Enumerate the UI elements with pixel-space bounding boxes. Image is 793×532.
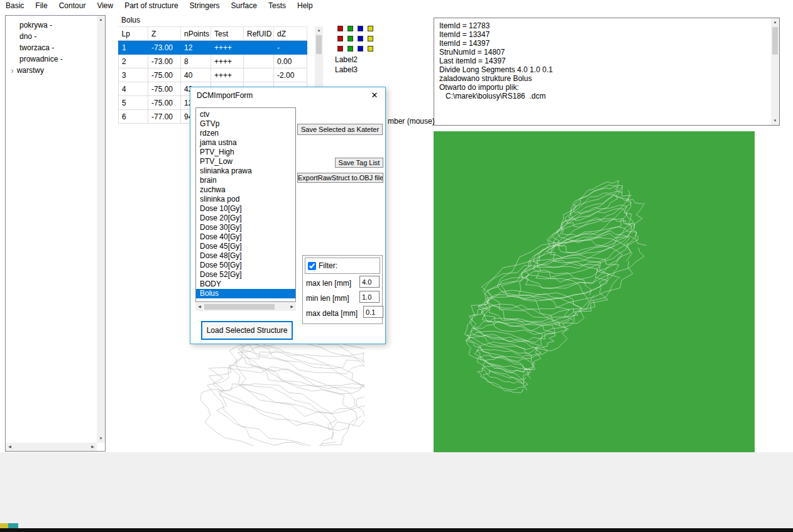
scroll-right-icon[interactable]: ▶: [89, 443, 97, 451]
menu-item-help[interactable]: Help: [292, 1, 319, 11]
scrollbar-thumb[interactable]: [316, 35, 322, 54]
scrollbar-thumb[interactable]: [204, 304, 275, 310]
scroll-up-icon[interactable]: ▲: [771, 18, 779, 26]
list-item[interactable]: Dose 45[Gy]: [196, 242, 295, 251]
list-item[interactable]: GTVp: [196, 119, 295, 129]
save-selected-as-kateter-button[interactable]: Save Selected as Kateter: [297, 124, 383, 135]
menu-item-file[interactable]: File: [30, 1, 53, 11]
min-len-label: min len [mm]: [306, 293, 359, 303]
table-cell: 8: [181, 55, 211, 68]
scroll-down-icon[interactable]: ▼: [771, 117, 779, 125]
tree-item-pokrywa[interactable]: pokrywa -: [6, 19, 96, 31]
log-line: Last itemId = 14397: [439, 57, 767, 65]
table-cell: ++++: [211, 55, 244, 68]
menu-item-part-of-structure[interactable]: Part of structure: [119, 1, 183, 11]
list-item[interactable]: slinianka prawa: [196, 166, 295, 176]
screen-edge-bar: [0, 528, 793, 532]
menu-item-tests[interactable]: Tests: [263, 1, 292, 11]
scrollbar-thumb[interactable]: [772, 27, 778, 55]
legend-square-blue: [358, 26, 363, 31]
log-vertical-scrollbar[interactable]: ▲ ▼: [771, 18, 779, 125]
scroll-right-icon[interactable]: ▶: [288, 303, 296, 311]
tree-horizontal-scrollbar[interactable]: ◀ ▶: [6, 443, 97, 451]
list-item[interactable]: rdzen: [196, 129, 295, 138]
table-row[interactable]: 3 -75.00 40 ++++ -2.00: [119, 68, 307, 82]
column-header-npoints[interactable]: nPoints: [181, 27, 211, 41]
filter-checkbox[interactable]: [308, 262, 316, 270]
min-len-input[interactable]: [359, 291, 380, 303]
menu-item-stringers[interactable]: Stringers: [184, 1, 226, 11]
scroll-up-icon[interactable]: ▲: [97, 16, 105, 24]
menu-bar: Basic File Contour View Part of structur…: [0, 0, 793, 11]
save-tag-list-button[interactable]: Save Tag List: [335, 158, 383, 168]
column-header-test[interactable]: Test: [211, 27, 244, 41]
chevron-right-icon[interactable]: ›: [11, 65, 14, 75]
list-item[interactable]: brain: [196, 176, 295, 185]
tree-item-prowadnice[interactable]: prowadnice -: [6, 53, 96, 65]
list-item[interactable]: Dose 52[Gy]: [196, 270, 295, 280]
tree-item-tworzaca[interactable]: tworzaca -: [6, 42, 96, 53]
filter-checkbox-label: Filter:: [319, 261, 337, 270]
list-item[interactable]: BODY: [196, 280, 295, 289]
close-icon[interactable]: ✕: [364, 87, 385, 104]
menu-item-surface[interactable]: Surface: [226, 1, 263, 11]
column-header-z[interactable]: Z: [148, 27, 181, 41]
export-rawstruct-obj-button[interactable]: ExportRawStruct to.OBJ file: [297, 173, 383, 183]
max-delta-input[interactable]: [363, 306, 383, 318]
dialog-title-bar[interactable]: DCMImportForm ✕: [190, 87, 385, 104]
column-header-dz[interactable]: dZ: [274, 27, 307, 41]
log-line: ItemId = 14397: [439, 39, 767, 48]
table-cell: 5: [119, 96, 148, 110]
scroll-down-icon[interactable]: ▼: [97, 435, 105, 443]
list-item[interactable]: zuchwa: [196, 185, 295, 195]
legend-square-green: [347, 26, 353, 31]
listbox-horizontal-scrollbar[interactable]: ◀ ▶: [195, 303, 296, 311]
legend-square-yellow: [368, 46, 373, 52]
legend-square-yellow: [368, 26, 373, 31]
load-selected-structure-button[interactable]: Load Selected Structure: [201, 321, 293, 340]
legend-square-green: [347, 36, 353, 41]
list-item-selected[interactable]: Bolus: [196, 289, 295, 298]
list-item[interactable]: PTV_High: [196, 148, 295, 157]
table-row-selected[interactable]: 1 -73.00 12 ++++ -: [119, 41, 307, 55]
tree-vertical-scrollbar[interactable]: ▲ ▼: [97, 16, 105, 443]
legend-square-red: [337, 26, 343, 31]
tree-item-warstwy[interactable]: › warstwy: [6, 65, 96, 76]
scroll-up-icon[interactable]: ▲: [315, 26, 323, 35]
table-cell: 12: [181, 41, 211, 55]
viewport-3d[interactable]: [434, 131, 755, 452]
table-cell: -77.00: [148, 110, 181, 124]
list-item[interactable]: Dose 50[Gy]: [196, 261, 295, 270]
table-cell: -75.00: [148, 82, 181, 96]
color-legend: [337, 26, 373, 52]
table-cell: -75.00: [148, 68, 181, 82]
list-item[interactable]: Dose 40[Gy]: [196, 232, 295, 242]
column-header-refuid[interactable]: RefUID: [244, 27, 274, 41]
scroll-left-icon[interactable]: ◀: [6, 443, 14, 451]
filter-groupbox: Filter: max len [mm] min len [mm] max de…: [302, 255, 383, 324]
table-cell: [244, 55, 274, 68]
list-item[interactable]: PTV_Low: [196, 157, 295, 166]
menu-item-contour[interactable]: Contour: [53, 1, 92, 11]
tree-item-dno[interactable]: dno -: [6, 31, 96, 42]
list-item[interactable]: slininka pod: [196, 195, 295, 204]
list-item[interactable]: ctv: [196, 110, 295, 119]
structure-listbox[interactable]: ctv GTVp rdzen jama ustna PTV_High PTV_L…: [195, 107, 296, 302]
scroll-left-icon[interactable]: ◀: [195, 303, 204, 311]
menu-item-basic[interactable]: Basic: [0, 1, 30, 11]
log-output-panel: ItemId = 12783 ItemId = 13347 ItemId = 1…: [434, 18, 780, 126]
list-item[interactable]: Dose 48[Gy]: [196, 251, 295, 261]
table-cell: 3: [119, 68, 148, 82]
structure-tree-panel: pokrywa - dno - tworzaca - prowadnice - …: [5, 15, 106, 452]
column-header-lp[interactable]: Lp: [119, 27, 148, 41]
table-row[interactable]: 2 -73.00 8 ++++ 0.00: [119, 55, 307, 68]
max-len-input[interactable]: [359, 276, 380, 288]
menu-item-view[interactable]: View: [91, 1, 119, 11]
list-item[interactable]: Dose 10[Gy]: [196, 204, 295, 214]
list-item[interactable]: Dose 20[Gy]: [196, 214, 295, 223]
list-item[interactable]: jama ustna: [196, 138, 295, 148]
dcm-import-form-dialog: DCMImportForm ✕ ctv GTVp rdzen jama ustn…: [190, 87, 386, 344]
list-item[interactable]: Dose 30[Gy]: [196, 223, 295, 232]
table-cell: ++++: [211, 41, 244, 55]
table-cell: -73.00: [148, 55, 181, 68]
